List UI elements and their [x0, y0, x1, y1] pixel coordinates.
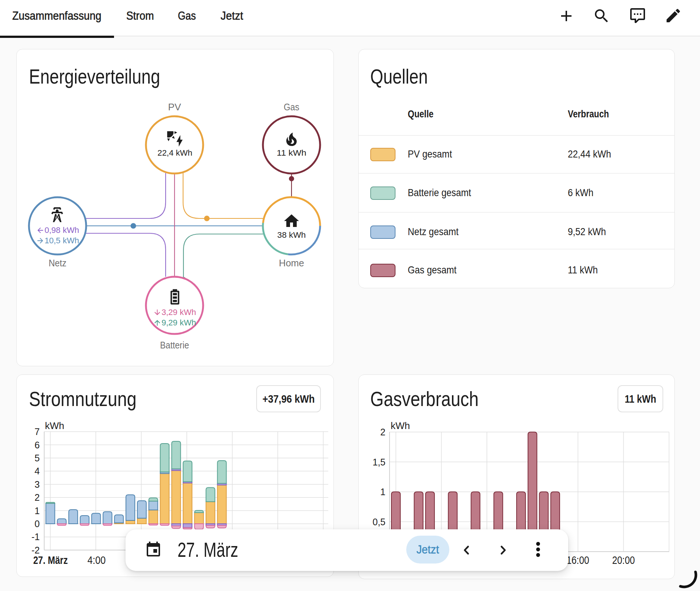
svg-text:38 kWh: 38 kWh — [277, 230, 306, 240]
svg-text:Gas: Gas — [284, 101, 299, 113]
svg-text:10,5 kWh: 10,5 kWh — [45, 236, 79, 245]
svg-text:1: 1 — [35, 506, 40, 516]
svg-text:kWh: kWh — [45, 420, 64, 431]
svg-text:16:00: 16:00 — [567, 554, 589, 566]
svg-text:0: 0 — [35, 519, 40, 529]
svg-text:0,5: 0,5 — [372, 517, 385, 527]
svg-text:22,4 kWh: 22,4 kWh — [157, 148, 192, 158]
svg-text:Home: Home — [279, 257, 304, 269]
svg-text:27. März: 27. März — [33, 554, 68, 566]
svg-text:-1: -1 — [32, 532, 40, 542]
svg-text:7: 7 — [35, 426, 40, 437]
svg-text:4:00: 4:00 — [88, 554, 106, 566]
svg-text:5: 5 — [35, 453, 40, 463]
svg-text:20:00: 20:00 — [612, 554, 635, 566]
svg-text:1,5: 1,5 — [372, 457, 385, 467]
svg-text:3,29 kWh: 3,29 kWh — [162, 308, 196, 317]
svg-text:4: 4 — [35, 466, 40, 476]
svg-text:Batterie: Batterie — [160, 340, 189, 351]
svg-text:PV: PV — [168, 101, 182, 113]
svg-text:11 kWh: 11 kWh — [277, 148, 306, 158]
svg-text:3: 3 — [35, 479, 40, 490]
svg-text:9,29 kWh: 9,29 kWh — [162, 318, 196, 327]
svg-text:2: 2 — [380, 427, 385, 437]
svg-text:6: 6 — [35, 440, 40, 450]
svg-text:0,98 kWh: 0,98 kWh — [45, 225, 79, 235]
svg-text:Netz: Netz — [49, 257, 66, 269]
svg-text:kWh: kWh — [391, 420, 410, 431]
svg-text:-2: -2 — [32, 545, 40, 555]
svg-text:1: 1 — [380, 487, 385, 497]
svg-text:2: 2 — [35, 492, 40, 503]
